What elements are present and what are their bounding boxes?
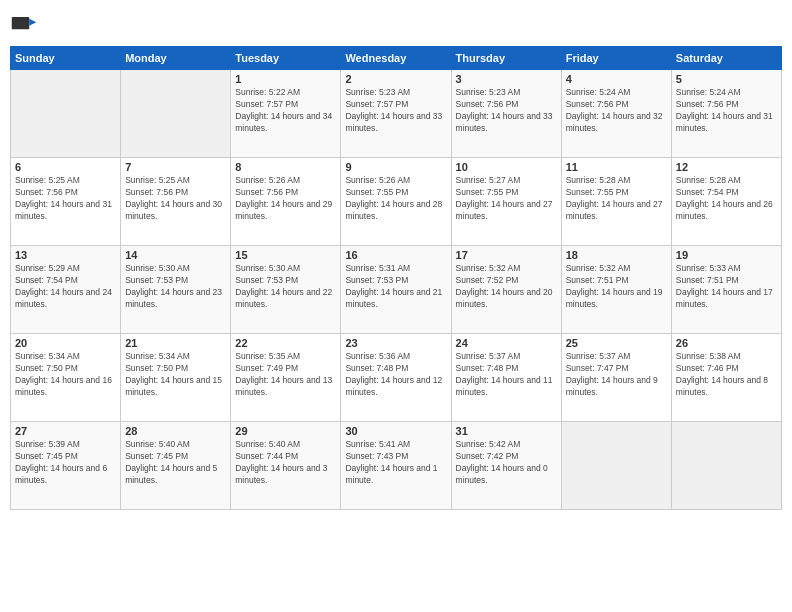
day-number: 1	[235, 73, 336, 85]
day-number: 28	[125, 425, 226, 437]
calendar-page: SundayMondayTuesdayWednesdayThursdayFrid…	[0, 0, 792, 612]
calendar-cell: 4Sunrise: 5:24 AMSunset: 7:56 PMDaylight…	[561, 70, 671, 158]
day-number: 3	[456, 73, 557, 85]
day-info: Sunrise: 5:37 AMSunset: 7:47 PMDaylight:…	[566, 351, 667, 399]
day-number: 2	[345, 73, 446, 85]
calendar-cell: 22Sunrise: 5:35 AMSunset: 7:49 PMDayligh…	[231, 334, 341, 422]
day-number: 22	[235, 337, 336, 349]
calendar-week-row: 13Sunrise: 5:29 AMSunset: 7:54 PMDayligh…	[11, 246, 782, 334]
calendar-cell: 5Sunrise: 5:24 AMSunset: 7:56 PMDaylight…	[671, 70, 781, 158]
day-info: Sunrise: 5:25 AMSunset: 7:56 PMDaylight:…	[125, 175, 226, 223]
calendar-cell: 12Sunrise: 5:28 AMSunset: 7:54 PMDayligh…	[671, 158, 781, 246]
day-number: 6	[15, 161, 116, 173]
day-number: 29	[235, 425, 336, 437]
weekday-header: Thursday	[451, 47, 561, 70]
day-number: 8	[235, 161, 336, 173]
day-info: Sunrise: 5:41 AMSunset: 7:43 PMDaylight:…	[345, 439, 446, 487]
calendar-cell: 28Sunrise: 5:40 AMSunset: 7:45 PMDayligh…	[121, 422, 231, 510]
day-info: Sunrise: 5:27 AMSunset: 7:55 PMDaylight:…	[456, 175, 557, 223]
calendar-table: SundayMondayTuesdayWednesdayThursdayFrid…	[10, 46, 782, 510]
day-number: 5	[676, 73, 777, 85]
calendar-week-row: 20Sunrise: 5:34 AMSunset: 7:50 PMDayligh…	[11, 334, 782, 422]
calendar-cell: 30Sunrise: 5:41 AMSunset: 7:43 PMDayligh…	[341, 422, 451, 510]
calendar-cell: 29Sunrise: 5:40 AMSunset: 7:44 PMDayligh…	[231, 422, 341, 510]
calendar-cell	[561, 422, 671, 510]
calendar-cell: 19Sunrise: 5:33 AMSunset: 7:51 PMDayligh…	[671, 246, 781, 334]
day-info: Sunrise: 5:31 AMSunset: 7:53 PMDaylight:…	[345, 263, 446, 311]
calendar-cell	[121, 70, 231, 158]
day-number: 16	[345, 249, 446, 261]
logo	[10, 10, 42, 38]
calendar-cell: 17Sunrise: 5:32 AMSunset: 7:52 PMDayligh…	[451, 246, 561, 334]
weekday-header: Friday	[561, 47, 671, 70]
weekday-header: Monday	[121, 47, 231, 70]
day-number: 17	[456, 249, 557, 261]
calendar-cell: 1Sunrise: 5:22 AMSunset: 7:57 PMDaylight…	[231, 70, 341, 158]
day-info: Sunrise: 5:34 AMSunset: 7:50 PMDaylight:…	[15, 351, 116, 399]
calendar-header-row: SundayMondayTuesdayWednesdayThursdayFrid…	[11, 47, 782, 70]
day-info: Sunrise: 5:25 AMSunset: 7:56 PMDaylight:…	[15, 175, 116, 223]
calendar-week-row: 27Sunrise: 5:39 AMSunset: 7:45 PMDayligh…	[11, 422, 782, 510]
day-info: Sunrise: 5:22 AMSunset: 7:57 PMDaylight:…	[235, 87, 336, 135]
day-number: 25	[566, 337, 667, 349]
day-number: 20	[15, 337, 116, 349]
day-number: 9	[345, 161, 446, 173]
day-info: Sunrise: 5:34 AMSunset: 7:50 PMDaylight:…	[125, 351, 226, 399]
day-info: Sunrise: 5:23 AMSunset: 7:56 PMDaylight:…	[456, 87, 557, 135]
day-number: 30	[345, 425, 446, 437]
day-info: Sunrise: 5:35 AMSunset: 7:49 PMDaylight:…	[235, 351, 336, 399]
calendar-body: 1Sunrise: 5:22 AMSunset: 7:57 PMDaylight…	[11, 70, 782, 510]
calendar-cell: 10Sunrise: 5:27 AMSunset: 7:55 PMDayligh…	[451, 158, 561, 246]
day-number: 15	[235, 249, 336, 261]
day-info: Sunrise: 5:40 AMSunset: 7:45 PMDaylight:…	[125, 439, 226, 487]
day-info: Sunrise: 5:26 AMSunset: 7:56 PMDaylight:…	[235, 175, 336, 223]
svg-marker-1	[29, 19, 36, 26]
calendar-cell: 27Sunrise: 5:39 AMSunset: 7:45 PMDayligh…	[11, 422, 121, 510]
calendar-cell	[671, 422, 781, 510]
calendar-cell: 26Sunrise: 5:38 AMSunset: 7:46 PMDayligh…	[671, 334, 781, 422]
day-info: Sunrise: 5:30 AMSunset: 7:53 PMDaylight:…	[125, 263, 226, 311]
weekday-header: Tuesday	[231, 47, 341, 70]
day-number: 7	[125, 161, 226, 173]
logo-icon	[10, 10, 38, 38]
calendar-cell	[11, 70, 121, 158]
calendar-cell: 7Sunrise: 5:25 AMSunset: 7:56 PMDaylight…	[121, 158, 231, 246]
day-number: 23	[345, 337, 446, 349]
calendar-cell: 14Sunrise: 5:30 AMSunset: 7:53 PMDayligh…	[121, 246, 231, 334]
weekday-header: Saturday	[671, 47, 781, 70]
day-info: Sunrise: 5:33 AMSunset: 7:51 PMDaylight:…	[676, 263, 777, 311]
calendar-cell: 25Sunrise: 5:37 AMSunset: 7:47 PMDayligh…	[561, 334, 671, 422]
day-number: 21	[125, 337, 226, 349]
calendar-cell: 16Sunrise: 5:31 AMSunset: 7:53 PMDayligh…	[341, 246, 451, 334]
day-info: Sunrise: 5:24 AMSunset: 7:56 PMDaylight:…	[566, 87, 667, 135]
day-info: Sunrise: 5:30 AMSunset: 7:53 PMDaylight:…	[235, 263, 336, 311]
day-number: 27	[15, 425, 116, 437]
day-info: Sunrise: 5:40 AMSunset: 7:44 PMDaylight:…	[235, 439, 336, 487]
day-number: 14	[125, 249, 226, 261]
calendar-cell: 15Sunrise: 5:30 AMSunset: 7:53 PMDayligh…	[231, 246, 341, 334]
calendar-cell: 21Sunrise: 5:34 AMSunset: 7:50 PMDayligh…	[121, 334, 231, 422]
calendar-cell: 11Sunrise: 5:28 AMSunset: 7:55 PMDayligh…	[561, 158, 671, 246]
calendar-cell: 9Sunrise: 5:26 AMSunset: 7:55 PMDaylight…	[341, 158, 451, 246]
day-number: 10	[456, 161, 557, 173]
day-info: Sunrise: 5:36 AMSunset: 7:48 PMDaylight:…	[345, 351, 446, 399]
day-number: 4	[566, 73, 667, 85]
day-info: Sunrise: 5:42 AMSunset: 7:42 PMDaylight:…	[456, 439, 557, 487]
day-info: Sunrise: 5:32 AMSunset: 7:51 PMDaylight:…	[566, 263, 667, 311]
svg-rect-0	[12, 17, 30, 29]
day-number: 18	[566, 249, 667, 261]
calendar-cell: 24Sunrise: 5:37 AMSunset: 7:48 PMDayligh…	[451, 334, 561, 422]
day-number: 24	[456, 337, 557, 349]
calendar-cell: 8Sunrise: 5:26 AMSunset: 7:56 PMDaylight…	[231, 158, 341, 246]
calendar-cell: 3Sunrise: 5:23 AMSunset: 7:56 PMDaylight…	[451, 70, 561, 158]
calendar-cell: 20Sunrise: 5:34 AMSunset: 7:50 PMDayligh…	[11, 334, 121, 422]
day-info: Sunrise: 5:37 AMSunset: 7:48 PMDaylight:…	[456, 351, 557, 399]
day-info: Sunrise: 5:23 AMSunset: 7:57 PMDaylight:…	[345, 87, 446, 135]
calendar-cell: 13Sunrise: 5:29 AMSunset: 7:54 PMDayligh…	[11, 246, 121, 334]
calendar-cell: 6Sunrise: 5:25 AMSunset: 7:56 PMDaylight…	[11, 158, 121, 246]
day-info: Sunrise: 5:28 AMSunset: 7:54 PMDaylight:…	[676, 175, 777, 223]
calendar-cell: 18Sunrise: 5:32 AMSunset: 7:51 PMDayligh…	[561, 246, 671, 334]
day-number: 31	[456, 425, 557, 437]
calendar-week-row: 1Sunrise: 5:22 AMSunset: 7:57 PMDaylight…	[11, 70, 782, 158]
calendar-cell: 31Sunrise: 5:42 AMSunset: 7:42 PMDayligh…	[451, 422, 561, 510]
